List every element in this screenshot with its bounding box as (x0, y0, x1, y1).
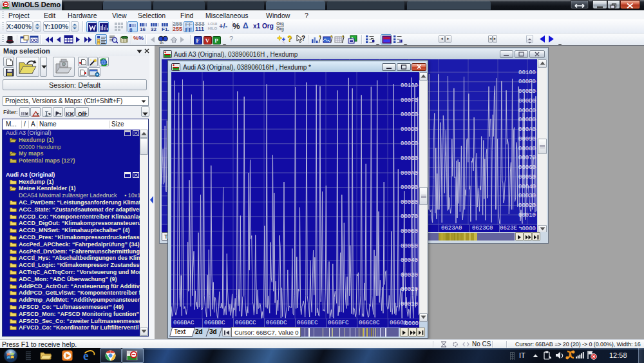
svg-text:32: 32 (151, 26, 156, 32)
svg-text:F1.: F1. (162, 26, 169, 32)
svg-text:P: P (214, 37, 218, 44)
svg-text:16: 16 (140, 26, 146, 32)
svg-text:V: V (205, 37, 210, 44)
svg-text:8: 8 (129, 27, 133, 32)
svg-text:dn.: dn. (160, 41, 164, 44)
svg-text:?: ? (301, 35, 305, 42)
svg-text:F: F (196, 37, 200, 44)
